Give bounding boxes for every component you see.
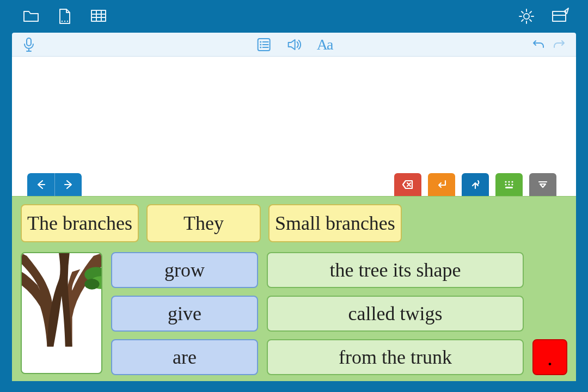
subject-tile[interactable]: They — [146, 204, 261, 242]
subject-row: The branches They Small branches — [21, 204, 567, 242]
redo-icon[interactable] — [551, 36, 567, 53]
prev-button[interactable] — [27, 173, 54, 196]
svg-rect-3 — [91, 10, 106, 21]
speak-button[interactable] — [462, 173, 489, 196]
backspace-button[interactable] — [394, 173, 421, 196]
verb-tile[interactable]: are — [111, 339, 258, 375]
next-button[interactable] — [54, 173, 82, 196]
punctuation-column: . — [532, 339, 567, 375]
page-nav — [27, 173, 82, 196]
subject-tile[interactable]: Small branches — [268, 204, 402, 242]
app-toolbar — [0, 0, 588, 33]
object-tile[interactable]: called twigs — [267, 296, 524, 332]
svg-point-11 — [505, 181, 506, 182]
object-tile[interactable]: from the trunk — [267, 339, 524, 375]
svg-point-12 — [508, 181, 510, 182]
verb-column: grow give are — [111, 252, 258, 375]
svg-point-8 — [260, 41, 261, 42]
svg-point-9 — [260, 44, 261, 45]
subject-tile[interactable]: The branches — [21, 204, 139, 242]
new-file-icon[interactable] — [56, 7, 74, 26]
svg-point-14 — [505, 183, 506, 185]
gear-icon[interactable] — [517, 7, 536, 26]
svg-point-0 — [62, 21, 63, 22]
verb-tile[interactable]: grow — [111, 252, 258, 288]
font-icon[interactable]: Aa — [317, 36, 333, 53]
undo-icon[interactable] — [530, 36, 547, 53]
picture-tile[interactable] — [21, 252, 102, 374]
svg-point-16 — [511, 183, 513, 185]
open-icon[interactable] — [22, 7, 40, 26]
svg-point-20 — [84, 279, 99, 290]
list-icon[interactable] — [256, 36, 272, 53]
svg-rect-6 — [27, 38, 31, 46]
svg-rect-5 — [553, 11, 566, 21]
svg-point-15 — [508, 183, 510, 185]
object-column: the tree its shape called twigs from the… — [267, 252, 524, 375]
editor-toolbar: Aa — [12, 33, 576, 57]
svg-point-4 — [524, 14, 529, 19]
keyboard-button[interactable] — [495, 173, 523, 196]
word-board: The branches They Small branches grow gi… — [12, 196, 576, 381]
verb-tile[interactable]: give — [111, 296, 258, 332]
period-tile[interactable]: . — [532, 339, 567, 375]
enter-button[interactable] — [428, 173, 455, 196]
object-tile[interactable]: the tree its shape — [267, 252, 524, 288]
collapse-button[interactable] — [529, 173, 556, 196]
svg-point-1 — [64, 21, 65, 22]
svg-point-2 — [67, 21, 68, 22]
edit-icon[interactable] — [551, 7, 569, 26]
microphone-icon[interactable] — [21, 36, 37, 53]
grid-icon[interactable] — [89, 7, 108, 26]
svg-point-13 — [511, 181, 513, 182]
speaker-icon[interactable] — [286, 36, 303, 53]
svg-rect-17 — [505, 187, 513, 188]
writing-canvas[interactable] — [12, 57, 576, 196]
svg-point-10 — [260, 46, 261, 48]
action-bar — [394, 173, 556, 196]
